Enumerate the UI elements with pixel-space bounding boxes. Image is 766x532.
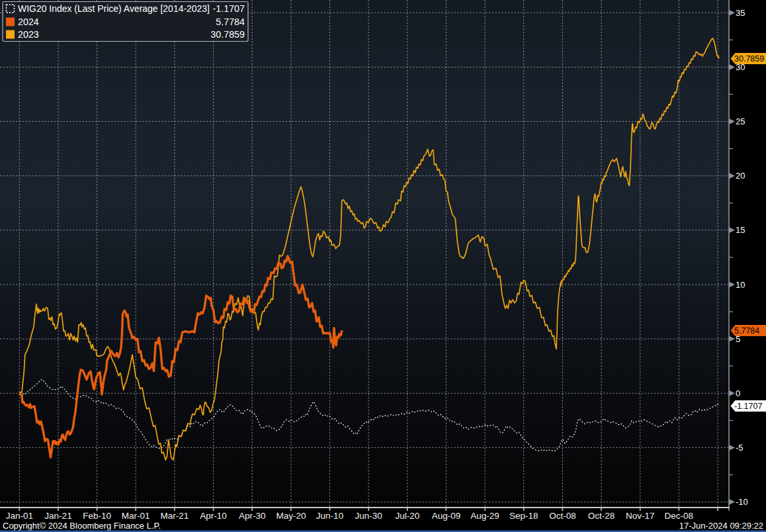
svg-text:-1.1707: -1.1707 (213, 3, 245, 14)
svg-text:Sep-18: Sep-18 (509, 511, 538, 521)
svg-text:WIG20 Index (Last Price) Avera: WIG20 Index (Last Price) Average [2014-2… (18, 3, 210, 14)
svg-text:0: 0 (736, 388, 740, 398)
svg-text:Nov-17: Nov-17 (626, 511, 655, 521)
svg-text:5.7784: 5.7784 (734, 326, 759, 335)
svg-text:Jan-01: Jan-01 (6, 511, 33, 521)
svg-text:Mar-21: Mar-21 (161, 511, 189, 521)
svg-text:Jun-30: Jun-30 (355, 511, 382, 521)
svg-text:25: 25 (736, 116, 745, 126)
svg-text:10: 10 (736, 280, 745, 290)
svg-text:Apr-30: Apr-30 (239, 511, 266, 521)
svg-text:2023: 2023 (18, 29, 39, 40)
svg-text:Jul-20: Jul-20 (395, 511, 419, 521)
svg-text:30.7859: 30.7859 (734, 54, 764, 64)
svg-text:15: 15 (736, 225, 745, 235)
svg-text:Dec-08: Dec-08 (665, 511, 694, 521)
svg-text:2024: 2024 (18, 17, 39, 27)
svg-text:-1.1707: -1.1707 (734, 402, 762, 411)
svg-text:-5: -5 (736, 443, 744, 453)
svg-text:35: 35 (736, 8, 745, 18)
svg-text:Oct-08: Oct-08 (549, 511, 576, 521)
svg-text:20: 20 (736, 171, 745, 181)
svg-text:-10: -10 (736, 497, 748, 507)
svg-text:Copyright© 2024 Bloomberg Fina: Copyright© 2024 Bloomberg Finance L.P. (3, 521, 161, 531)
svg-text:Aug-09: Aug-09 (432, 511, 461, 521)
svg-text:Feb-10: Feb-10 (83, 511, 111, 521)
svg-text:Apr-10: Apr-10 (200, 511, 227, 521)
svg-text:Mar-01: Mar-01 (122, 511, 150, 521)
svg-text:Aug-29: Aug-29 (470, 511, 499, 521)
svg-text:Jan-21: Jan-21 (44, 511, 71, 521)
svg-text:May-20: May-20 (276, 511, 306, 521)
svg-text:Jun-10: Jun-10 (316, 511, 343, 521)
svg-text:17-Jun-2024 09:29:22: 17-Jun-2024 09:29:22 (679, 521, 763, 531)
svg-text:30.7859: 30.7859 (210, 29, 245, 40)
svg-text:Oct-28: Oct-28 (588, 511, 615, 521)
svg-text:5.7784: 5.7784 (216, 17, 245, 27)
